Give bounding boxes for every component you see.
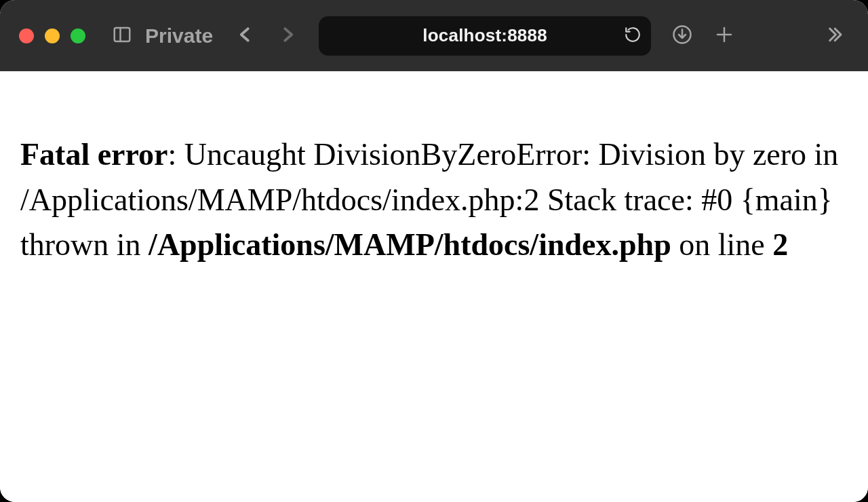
chevron-left-icon <box>235 24 256 47</box>
address-bar-text: localhost:8888 <box>422 25 547 46</box>
window-controls <box>19 28 85 43</box>
close-window-button[interactable] <box>19 28 34 43</box>
private-browsing-label: Private <box>145 24 213 47</box>
chevrons-right-icon <box>824 24 844 47</box>
download-icon <box>672 24 692 47</box>
back-button[interactable] <box>231 21 260 51</box>
minimize-window-button[interactable] <box>45 28 60 43</box>
error-file: /Applications/MAMP/htdocs/index.php <box>149 227 671 262</box>
toolbar: Private localhost:8888 <box>0 0 868 71</box>
browser-window: Private localhost:8888 <box>0 0 868 502</box>
chevron-right-icon <box>277 24 298 47</box>
fullscreen-window-button[interactable] <box>71 28 85 43</box>
error-sep: : <box>168 137 184 172</box>
svg-rect-0 <box>115 28 130 41</box>
error-label: Fatal error <box>20 137 168 172</box>
reload-button[interactable] <box>624 26 642 46</box>
php-error-message: Fatal error: Uncaught DivisionByZeroErro… <box>20 132 848 268</box>
new-tab-button[interactable] <box>709 21 739 51</box>
overflow-button[interactable] <box>819 21 849 51</box>
plus-icon <box>714 24 734 47</box>
page-content: Fatal error: Uncaught DivisionByZeroErro… <box>0 71 868 502</box>
address-bar[interactable]: localhost:8888 <box>319 16 651 56</box>
error-online: on line <box>671 227 772 262</box>
reload-icon <box>624 34 642 45</box>
sidebar-toggle-button[interactable] <box>107 21 137 51</box>
forward-button[interactable] <box>273 21 302 51</box>
error-line-number: 2 <box>772 227 788 262</box>
sidebar-icon <box>112 24 132 47</box>
downloads-button[interactable] <box>667 21 697 51</box>
